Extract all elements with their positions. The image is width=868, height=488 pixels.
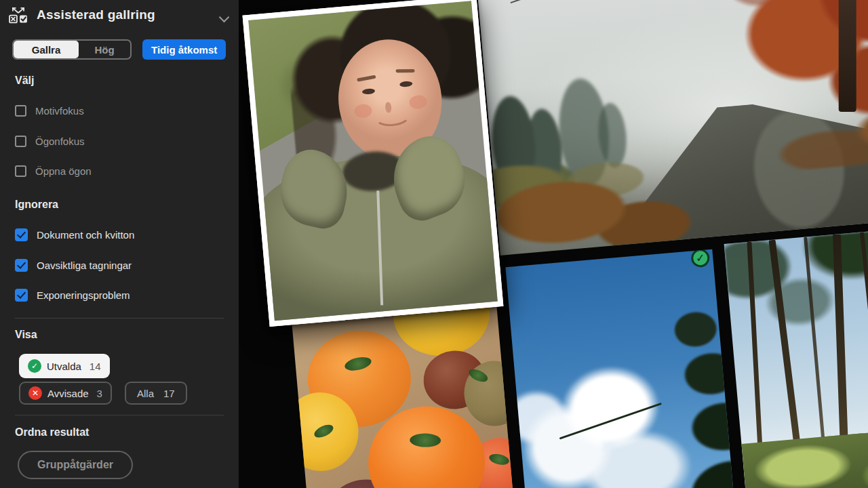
filter-label: Avvisade — [47, 388, 89, 399]
filter-label: Alla — [137, 388, 154, 399]
checkbox-row-dokument[interactable]: Dokument och kvitton — [15, 227, 134, 242]
roadside-leaves — [490, 115, 764, 256]
divider — [15, 318, 224, 319]
filter-rejected-button[interactable]: ✕ Avvisade 3 — [19, 382, 112, 405]
tomato-stem — [410, 433, 441, 447]
checkbox-row-oavsiktliga[interactable]: Oavsiktliga tagningar — [15, 258, 132, 272]
eyebrow — [396, 69, 415, 73]
cross-glyph: ✕ — [32, 389, 39, 397]
filter-all-button[interactable]: Alla 17 — [125, 382, 187, 405]
pine-silhouette — [612, 307, 738, 488]
filter-count: 3 — [97, 388, 102, 399]
selfie-photo-art — [248, 1, 498, 321]
section-heading-show: Visa — [15, 329, 37, 341]
cheek — [354, 104, 373, 119]
filter-picked-button[interactable]: ✓ Utvalda 14 — [19, 354, 110, 378]
check-glyph: ✓ — [31, 362, 38, 370]
checkbox-row-exponering[interactable]: Exponeringsproblem — [15, 287, 130, 302]
checkbox-unchecked-icon[interactable] — [15, 136, 26, 147]
chevron-down-icon — [218, 12, 229, 22]
eye — [362, 88, 376, 95]
checkbox-label: Oavsiktliga tagningar — [37, 260, 132, 271]
checkbox-checked-icon[interactable] — [15, 289, 28, 302]
collapse-panel-button[interactable] — [214, 8, 233, 24]
checkbox-row-oppna-ogon[interactable]: Öppna ögon — [15, 163, 92, 178]
app-window: ✓ ✓ — [0, 0, 868, 488]
assisted-culling-icon — [8, 5, 28, 24]
mode-segmented-control: Gallra Hög — [12, 39, 132, 60]
mode-stack-button[interactable]: Hög — [79, 41, 130, 58]
checkbox-label: Dokument och kvitton — [37, 229, 134, 241]
checkbox-unchecked-icon[interactable] — [15, 165, 26, 177]
photo-selfie-portrait[interactable] — [243, 0, 504, 327]
check-icon: ✓ — [695, 252, 705, 264]
filter-count: 17 — [163, 388, 175, 399]
checkbox-label: Motivfokus — [35, 105, 84, 117]
photo-foggy-autumn-road[interactable] — [477, 0, 868, 256]
photo-board: ✓ ✓ — [231, 0, 868, 488]
section-heading-order: Ordna resultat — [15, 426, 89, 439]
early-access-badge[interactable]: Tidig åtkomst — [142, 39, 226, 60]
eyebrow — [357, 75, 376, 82]
cheek — [409, 95, 428, 110]
filter-count: 14 — [90, 361, 101, 372]
x-circle-icon: ✕ — [28, 386, 42, 400]
group-actions-button[interactable]: Gruppåtgärder — [18, 451, 133, 479]
section-heading-select: Välj — [15, 75, 34, 87]
checkbox-row-motivfokus[interactable]: Motivfokus — [15, 103, 84, 118]
check-circle-icon: ✓ — [28, 359, 41, 373]
checkbox-unchecked-icon[interactable] — [15, 105, 26, 117]
section-heading-ignore: Ignorera — [15, 199, 58, 211]
checkbox-label: Exponeringsproblem — [37, 289, 130, 301]
checkbox-checked-icon[interactable] — [15, 259, 28, 272]
panel-title: Assisterad gallring — [37, 7, 155, 22]
checkbox-row-ogonfokus[interactable]: Ögonfokus — [15, 134, 85, 148]
assisted-culling-panel: Assisterad gallring Gallra Hög Tidig åtk… — [0, 0, 239, 488]
mode-cull-button[interactable]: Gallra — [14, 41, 79, 58]
photo-pine-forest-path[interactable] — [724, 218, 868, 488]
checkbox-label: Öppna ögon — [35, 165, 92, 177]
photo-cloud-blue-sky[interactable]: ✓ — [505, 249, 738, 488]
smile — [373, 104, 411, 128]
checkbox-checked-icon[interactable] — [15, 228, 28, 241]
filter-label: Utvalda — [47, 361, 81, 372]
picked-check-badge: ✓ — [690, 249, 710, 268]
eye — [399, 81, 413, 87]
divider — [15, 415, 224, 415]
checkbox-label: Ögonfokus — [35, 136, 85, 147]
